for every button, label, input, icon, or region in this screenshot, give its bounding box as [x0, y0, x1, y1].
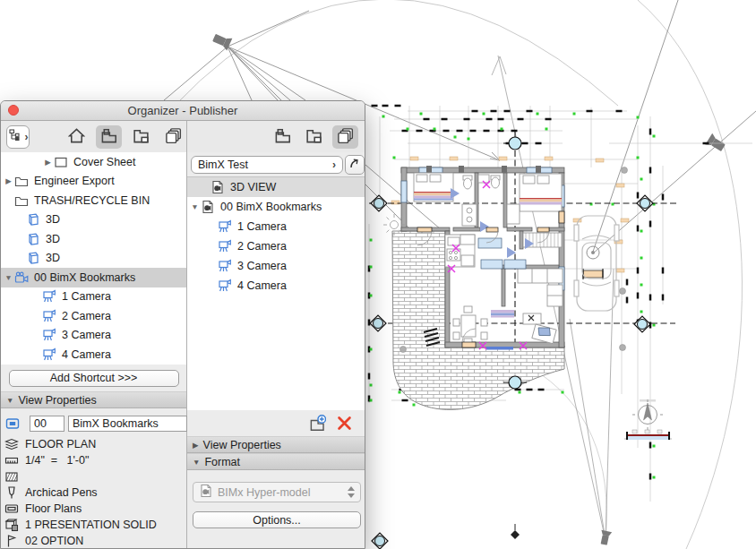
item-label: 00 BimX Bookmarks	[31, 271, 135, 284]
movie-camera-icon	[14, 270, 31, 285]
bimx-doc-icon	[201, 200, 218, 214]
left-tab-layout-book[interactable]	[128, 125, 154, 149]
item-label: 1 Camera	[235, 220, 287, 233]
item-label: 4 Camera	[59, 348, 111, 361]
left-tab-project-map[interactable]	[64, 125, 90, 149]
right-tab-view-map[interactable]	[270, 125, 296, 149]
expander-expanded-icon[interactable]: ▼	[189, 202, 201, 211]
view-map-icon	[100, 127, 117, 147]
right-tab-layout-book[interactable]	[301, 125, 327, 149]
item-label: 3D VIEW	[228, 181, 276, 193]
section-expanded-icon: ▼	[6, 396, 13, 405]
delete-item-button[interactable]	[336, 415, 353, 432]
left-tab-publisher-sets[interactable]	[160, 125, 186, 149]
dropdown-stepper-icon	[348, 486, 355, 498]
layout-book-icon	[305, 127, 322, 147]
list-item-2-camera[interactable]: 2 Camera	[187, 236, 365, 256]
view-property-text: 1 PRESENTATION SOLID	[25, 519, 157, 531]
format-dropdown[interactable]: BIMx Hyper-model	[193, 482, 361, 502]
up-one-level-button[interactable]	[345, 155, 365, 175]
camera-icon	[218, 239, 235, 253]
item-label: 3D	[43, 252, 60, 264]
view-property-text: Floor Plans	[25, 502, 82, 515]
list-item-trash-recycle-bin[interactable]: TRASH/RECYCLE BIN	[1, 191, 186, 210]
view-property-row[interactable]: 1/4" = 1'-0"	[1, 452, 186, 468]
view-property-text: Archicad Pens	[25, 486, 98, 499]
left-tab-view-map[interactable]	[96, 125, 122, 149]
view-map-icon	[274, 127, 291, 147]
list-item-3d[interactable]: 3D	[1, 249, 186, 269]
list-item-cover-sheet[interactable]: ▶Cover Sheet	[1, 152, 186, 172]
layers-icon	[4, 437, 25, 451]
list-item-2-camera[interactable]: 2 Camera	[1, 306, 186, 326]
item-label: 00 BimX Bookmarks	[218, 201, 322, 213]
list-item-4-camera[interactable]: 4 Camera	[1, 345, 186, 365]
list-item-3-camera[interactable]: 3 Camera	[187, 256, 365, 276]
list-item-00-bimx-bookmarks[interactable]: ▼00 BimX Bookmarks	[187, 197, 365, 217]
view-3d-icon	[26, 251, 43, 265]
hatch-icon	[4, 469, 25, 484]
view-3d-icon	[26, 212, 43, 227]
item-label: TRASH/RECYCLE BIN	[31, 194, 150, 207]
view-property-row[interactable]: 02 OPTION	[1, 533, 186, 549]
right-tab-publisher-sets[interactable]	[332, 125, 358, 149]
close-button[interactable]	[8, 105, 19, 116]
view-properties-header-right[interactable]: ▶ View Properties	[187, 436, 365, 453]
list-item-3-camera[interactable]: 3 Camera	[1, 326, 186, 346]
list-item-3d[interactable]: 3D	[1, 210, 186, 230]
list-item-1-camera[interactable]: 1 Camera	[1, 287, 186, 307]
view-property-row[interactable]: Archicad Pens	[1, 485, 186, 501]
format-value: BIMx Hyper-model	[218, 486, 311, 499]
publisher-set-selector[interactable]: BimX Test ›	[191, 156, 343, 174]
item-label: 4 Camera	[235, 279, 287, 292]
list-item-3d-view[interactable]: 3D VIEW	[187, 177, 365, 197]
model-view-icon	[4, 502, 25, 516]
publisher-set-name: BimX Test	[198, 159, 332, 171]
item-label: 3D	[43, 213, 60, 226]
organizer-publisher-window: Organizer - Publisher › ▶Cover Sheet▶Eng…	[0, 100, 365, 549]
view-property-row[interactable]: FLOOR PLAN	[1, 436, 186, 452]
list-item-engineer-export[interactable]: ▶Engineer Export	[1, 172, 186, 192]
view-id-icon	[5, 416, 26, 431]
list-item-4-camera[interactable]: 4 Camera	[187, 276, 365, 296]
view-id-field[interactable]	[30, 416, 64, 432]
window-titlebar[interactable]: Organizer - Publisher	[1, 101, 365, 121]
ruler-icon	[4, 453, 25, 468]
project-chooser-button[interactable]: ›	[6, 125, 30, 149]
window-title: Organizer - Publisher	[128, 104, 238, 117]
view-properties-header-left[interactable]: ▼ View Properties	[1, 391, 186, 408]
publisher-sets-icon	[165, 127, 182, 147]
list-item-1-camera[interactable]: 1 Camera	[187, 217, 365, 236]
view-properties-body: FLOOR PLAN1/4" = 1'-0"Archicad PensFloor…	[1, 408, 186, 549]
option-flag-icon	[4, 534, 25, 548]
view-property-row[interactable]	[1, 468, 186, 485]
item-label: 1 Camera	[59, 290, 111, 303]
renovation-icon	[4, 518, 25, 532]
view-property-row[interactable]: Floor Plans	[1, 501, 186, 517]
tree-structure-icon	[8, 128, 22, 145]
new-item-button[interactable]	[309, 415, 326, 432]
format-header[interactable]: ▼ Format	[187, 453, 365, 470]
camera-icon	[42, 328, 59, 342]
section-collapsed-icon: ▶	[193, 441, 199, 450]
pen-icon	[4, 485, 25, 500]
list-item-3d[interactable]: 3D	[1, 229, 186, 249]
camera-icon	[42, 347, 59, 362]
expander-collapsed-icon[interactable]: ▶	[3, 176, 14, 185]
view-property-text: 02 OPTION	[25, 535, 83, 547]
item-label: 2 Camera	[59, 310, 111, 322]
add-shortcut-button[interactable]: Add Shortcut >>>	[9, 370, 179, 387]
list-item-00-bimx-bookmarks[interactable]: ▼00 BimX Bookmarks	[1, 268, 186, 287]
view-property-text: FLOOR PLAN	[25, 438, 96, 450]
publisher-item-list: 3D VIEW▼00 BimX Bookmarks1 Camera2 Camer…	[187, 176, 365, 410]
layout-book-icon	[133, 127, 150, 147]
expander-expanded-icon[interactable]: ▼	[3, 273, 14, 282]
view-name-field[interactable]	[68, 416, 187, 432]
north-compass	[632, 399, 663, 430]
options-button[interactable]: Options...	[193, 511, 361, 528]
expander-collapsed-icon[interactable]: ▶	[42, 158, 54, 167]
section-marker	[624, 430, 672, 440]
view-property-row[interactable]: 1 PRESENTATION SOLID	[1, 517, 186, 533]
item-label: 3 Camera	[235, 260, 287, 272]
organizer-toolbar: ›	[1, 121, 365, 152]
